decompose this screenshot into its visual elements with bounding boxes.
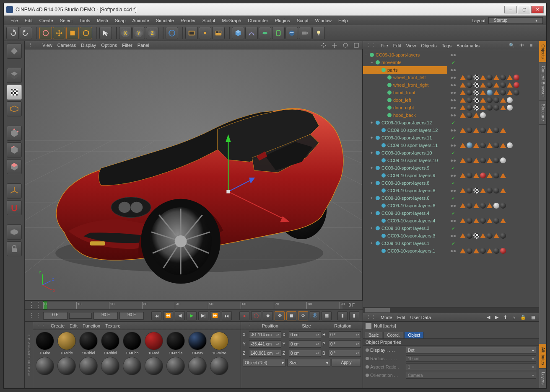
tag-material-icon[interactable] <box>500 233 506 239</box>
goto-end-button[interactable]: ⏭ <box>222 311 232 320</box>
model-mode-button[interactable] <box>7 68 22 83</box>
tag-material-icon[interactable] <box>473 105 479 111</box>
tag-material-icon[interactable] <box>493 188 499 193</box>
materials-menu-function[interactable]: Function <box>83 323 100 328</box>
tree-row[interactable]: + CC09-10-sport-layers.10 <box>363 149 447 157</box>
tag-triangle-icon[interactable] <box>493 233 499 238</box>
visibility-dot[interactable] <box>451 220 453 222</box>
tag-material-icon[interactable] <box>467 218 472 224</box>
tag-material-icon[interactable] <box>480 142 486 148</box>
tag-triangle-icon[interactable] <box>460 75 466 80</box>
position-field[interactable]: 140.961 cm▴▾ <box>249 350 281 357</box>
layout-select[interactable]: Startup▾ <box>488 17 543 24</box>
deformer-button[interactable] <box>272 27 285 39</box>
tree-row[interactable]: door_left <box>363 96 447 104</box>
visibility-dot[interactable] <box>451 235 453 237</box>
tag-material-icon[interactable] <box>487 97 493 103</box>
live-select-button[interactable] <box>39 27 52 39</box>
tag-triangle-icon[interactable] <box>460 113 466 118</box>
tag-triangle-icon[interactable] <box>487 173 493 178</box>
attr-menu-mode[interactable]: Mode <box>381 315 392 320</box>
spline-button[interactable] <box>245 27 258 39</box>
tag-triangle-icon[interactable] <box>460 83 466 88</box>
tree-row[interactable]: CC09-10-sport-layers.6 <box>363 202 447 209</box>
minimize-button[interactable]: – <box>504 6 517 13</box>
tag-material-icon[interactable] <box>473 90 479 95</box>
menu-tools[interactable]: Tools <box>76 18 93 23</box>
visibility-column[interactable]: ✓✓✓✓✓✓✓✓✓✓ <box>447 50 459 307</box>
menu-plugins[interactable]: Plugins <box>272 18 293 23</box>
visibility-dot[interactable] <box>451 129 453 132</box>
tag-material-icon[interactable] <box>487 105 493 111</box>
tag-triangle-icon[interactable] <box>460 173 466 178</box>
render-settings-button[interactable] <box>185 27 198 39</box>
tag-triangle-icon[interactable] <box>480 83 486 88</box>
prev-frame-button[interactable]: ◀ <box>175 311 185 320</box>
tag-triangle-icon[interactable] <box>480 105 486 110</box>
tag-material-icon[interactable] <box>467 157 472 163</box>
tag-material-icon[interactable] <box>480 173 486 178</box>
visibility-dot[interactable] <box>451 250 453 252</box>
maximize-button[interactable]: ▢ <box>518 6 530 13</box>
edges-mode-button[interactable] <box>7 142 22 157</box>
tree-row[interactable]: CC09-10-sport-layers.4 <box>363 217 447 224</box>
tree-row[interactable]: CC09-10-sport-layers.1 <box>363 247 447 255</box>
light-button[interactable] <box>312 27 325 39</box>
tag-material-icon[interactable] <box>467 233 472 239</box>
attr-fwd-icon[interactable]: ▶ <box>495 315 498 320</box>
material-swatch[interactable]: 10-shiel <box>78 332 99 355</box>
viewport-menu-panel[interactable]: Panel <box>138 43 149 48</box>
visibility-dot[interactable] <box>451 99 453 101</box>
objects-menu-view[interactable]: View <box>406 43 416 48</box>
z-axis-button[interactable]: Z <box>146 27 158 39</box>
y-axis-button[interactable]: Y <box>132 27 145 39</box>
tag-triangle-icon[interactable] <box>473 248 479 253</box>
menu-render[interactable]: Render <box>177 18 199 23</box>
viewport[interactable]: Perspective <box>25 49 363 300</box>
visibility-dot[interactable] <box>451 54 453 56</box>
tag-triangle-icon[interactable] <box>460 188 466 193</box>
tag-material-icon[interactable] <box>500 203 506 209</box>
attr-menu-userdata[interactable]: User Data <box>410 315 431 320</box>
prev-key-button[interactable]: ⏪ <box>163 311 173 320</box>
funnel-icon[interactable]: ≡ <box>530 43 535 48</box>
timeline-ruler[interactable]: 0 10 20 30 40 50 60 70 80 90 <box>43 302 342 309</box>
tag-triangle-icon[interactable] <box>500 173 506 178</box>
tag-triangle-icon[interactable] <box>460 128 466 133</box>
tag-triangle-icon[interactable] <box>473 143 479 148</box>
tag-triangle-icon[interactable] <box>487 158 493 163</box>
expander-icon[interactable]: + <box>371 226 375 230</box>
tag-triangle-icon[interactable] <box>460 233 466 238</box>
material-swatch[interactable]: 10-tire <box>35 332 55 355</box>
material-swatch[interactable] <box>57 357 77 375</box>
tag-triangle-icon[interactable] <box>473 158 479 163</box>
apply-button[interactable]: Apply <box>332 359 361 366</box>
record-button[interactable]: ● <box>239 311 249 320</box>
tree-row[interactable]: CC09-10-sport-layers.10 <box>363 157 447 164</box>
visibility-dot[interactable] <box>454 107 456 109</box>
objects-menu-edit[interactable]: Edit <box>393 43 401 48</box>
tag-triangle-icon[interactable] <box>460 143 466 148</box>
visibility-dot[interactable] <box>454 99 456 101</box>
tag-material-icon[interactable] <box>514 82 519 88</box>
tag-material-icon[interactable] <box>493 157 499 163</box>
menu-script[interactable]: Script <box>293 18 312 23</box>
material-swatch[interactable]: 10-radia <box>166 332 186 355</box>
tag-triangle-icon[interactable] <box>480 75 486 80</box>
undo-button[interactable] <box>6 27 19 39</box>
tag-triangle-icon[interactable] <box>460 248 466 253</box>
expander-icon[interactable]: + <box>371 181 375 185</box>
tag-triangle-icon[interactable] <box>460 90 466 95</box>
rotation-field[interactable]: 0 °▴▾ <box>329 350 361 357</box>
tree-row[interactable]: CC09-10-sport-layers.9 <box>363 172 447 179</box>
axis-button[interactable] <box>7 183 22 199</box>
tag-material-icon[interactable] <box>500 75 506 80</box>
objects-menu-objects[interactable]: Objects <box>421 43 436 48</box>
visibility-dot[interactable] <box>454 54 456 56</box>
attr-lock-icon[interactable]: 🔒 <box>520 315 526 320</box>
tag-material-icon[interactable] <box>487 90 493 95</box>
visibility-dot[interactable] <box>454 69 456 71</box>
tag-material-icon[interactable] <box>467 97 472 103</box>
tag-triangle-icon[interactable] <box>473 218 479 223</box>
tag-material-icon[interactable] <box>500 248 506 254</box>
